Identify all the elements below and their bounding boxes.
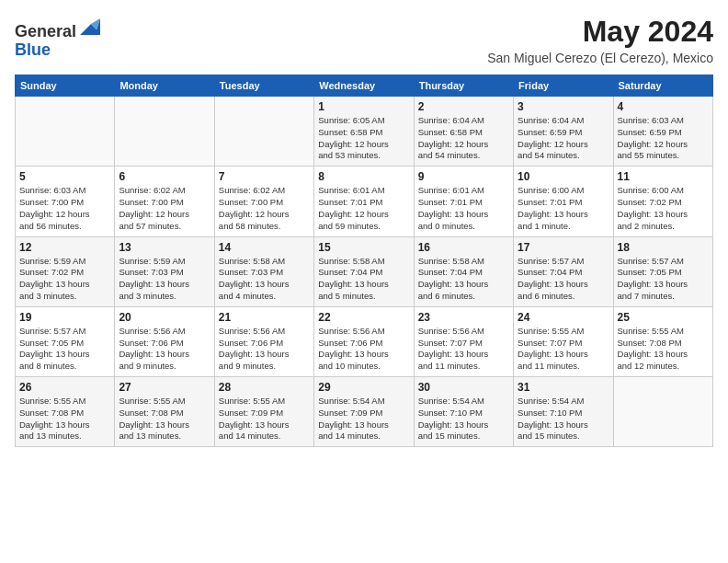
calendar-cell: 6Sunrise: 6:02 AM Sunset: 7:00 PM Daylig…	[115, 167, 214, 236]
day-info: Sunrise: 6:01 AM Sunset: 7:01 PM Dayligh…	[418, 185, 509, 232]
day-number: 11	[618, 170, 709, 183]
calendar-cell: 1Sunrise: 6:05 AM Sunset: 6:58 PM Daylig…	[314, 97, 414, 167]
logo-blue-text: Blue	[15, 41, 100, 60]
day-number: 12	[19, 241, 110, 254]
calendar-cell: 2Sunrise: 6:04 AM Sunset: 6:58 PM Daylig…	[414, 97, 513, 167]
weekday-header-sunday: Sunday	[16, 75, 115, 97]
day-number: 23	[418, 311, 509, 324]
day-number: 7	[219, 170, 310, 183]
weekday-header-wednesday: Wednesday	[314, 75, 414, 97]
calendar-cell: 13Sunrise: 5:59 AM Sunset: 7:03 PM Dayli…	[115, 236, 214, 306]
month-title: May 2024	[487, 15, 713, 49]
day-number: 9	[418, 170, 509, 183]
weekday-header-friday: Friday	[514, 75, 613, 97]
calendar-cell: 28Sunrise: 5:55 AM Sunset: 7:09 PM Dayli…	[214, 377, 313, 447]
day-number: 31	[518, 381, 609, 394]
day-info: Sunrise: 6:03 AM Sunset: 6:59 PM Dayligh…	[618, 115, 709, 162]
day-info: Sunrise: 5:55 AM Sunset: 7:07 PM Dayligh…	[518, 326, 609, 373]
weekday-header-saturday: Saturday	[613, 75, 712, 97]
day-number: 22	[318, 311, 409, 324]
calendar-cell: 3Sunrise: 6:04 AM Sunset: 6:59 PM Daylig…	[514, 97, 613, 167]
weekday-header-thursday: Thursday	[414, 75, 513, 97]
weekday-header-monday: Monday	[115, 75, 214, 97]
calendar-cell: 8Sunrise: 6:01 AM Sunset: 7:01 PM Daylig…	[314, 167, 414, 236]
calendar-cell: 10Sunrise: 6:00 AM Sunset: 7:01 PM Dayli…	[514, 167, 613, 236]
day-info: Sunrise: 5:55 AM Sunset: 7:08 PM Dayligh…	[19, 396, 110, 442]
day-info: Sunrise: 5:58 AM Sunset: 7:04 PM Dayligh…	[318, 256, 409, 303]
day-info: Sunrise: 5:56 AM Sunset: 7:06 PM Dayligh…	[119, 326, 210, 373]
day-number: 27	[119, 381, 210, 394]
day-info: Sunrise: 6:00 AM Sunset: 7:01 PM Dayligh…	[518, 185, 609, 232]
day-number: 6	[119, 170, 210, 183]
calendar-cell: 18Sunrise: 5:57 AM Sunset: 7:05 PM Dayli…	[613, 236, 712, 306]
day-info: Sunrise: 6:05 AM Sunset: 6:58 PM Dayligh…	[318, 115, 409, 162]
calendar-cell	[16, 97, 115, 167]
day-info: Sunrise: 6:02 AM Sunset: 7:00 PM Dayligh…	[219, 185, 310, 232]
day-info: Sunrise: 5:54 AM Sunset: 7:10 PM Dayligh…	[418, 396, 509, 442]
day-number: 25	[618, 311, 709, 324]
day-number: 2	[418, 100, 509, 113]
day-number: 3	[518, 100, 609, 113]
day-info: Sunrise: 5:56 AM Sunset: 7:06 PM Dayligh…	[219, 326, 310, 373]
calendar-cell: 21Sunrise: 5:56 AM Sunset: 7:06 PM Dayli…	[214, 306, 313, 376]
day-info: Sunrise: 5:57 AM Sunset: 7:05 PM Dayligh…	[19, 326, 110, 373]
calendar-cell: 15Sunrise: 5:58 AM Sunset: 7:04 PM Dayli…	[314, 236, 414, 306]
calendar-cell: 27Sunrise: 5:55 AM Sunset: 7:08 PM Dayli…	[115, 377, 214, 447]
day-number: 29	[318, 381, 409, 394]
day-number: 28	[219, 381, 310, 394]
calendar-table: SundayMondayTuesdayWednesdayThursdayFrid…	[15, 75, 713, 447]
calendar-cell: 23Sunrise: 5:56 AM Sunset: 7:07 PM Dayli…	[414, 306, 513, 376]
day-info: Sunrise: 5:58 AM Sunset: 7:04 PM Dayligh…	[418, 256, 509, 303]
day-number: 20	[119, 311, 210, 324]
day-number: 15	[318, 241, 409, 254]
day-info: Sunrise: 6:02 AM Sunset: 7:00 PM Dayligh…	[119, 185, 210, 232]
day-info: Sunrise: 5:56 AM Sunset: 7:06 PM Dayligh…	[318, 326, 409, 373]
day-number: 4	[618, 100, 709, 113]
day-number: 13	[119, 241, 210, 254]
day-number: 30	[418, 381, 509, 394]
calendar-week-row: 5Sunrise: 6:03 AM Sunset: 7:00 PM Daylig…	[16, 167, 713, 236]
calendar-week-row: 26Sunrise: 5:55 AM Sunset: 7:08 PM Dayli…	[16, 377, 713, 447]
logo: General Blue	[15, 15, 100, 60]
calendar-cell: 5Sunrise: 6:03 AM Sunset: 7:00 PM Daylig…	[16, 167, 115, 236]
day-number: 21	[219, 311, 310, 324]
day-number: 18	[618, 241, 709, 254]
day-info: Sunrise: 5:55 AM Sunset: 7:08 PM Dayligh…	[618, 326, 709, 373]
day-info: Sunrise: 5:55 AM Sunset: 7:09 PM Dayligh…	[219, 396, 310, 442]
day-info: Sunrise: 5:57 AM Sunset: 7:04 PM Dayligh…	[518, 256, 609, 303]
day-number: 10	[518, 170, 609, 183]
day-number: 8	[318, 170, 409, 183]
day-info: Sunrise: 5:56 AM Sunset: 7:07 PM Dayligh…	[418, 326, 509, 373]
calendar-cell: 24Sunrise: 5:55 AM Sunset: 7:07 PM Dayli…	[514, 306, 613, 376]
day-info: Sunrise: 5:59 AM Sunset: 7:02 PM Dayligh…	[19, 256, 110, 303]
calendar-week-row: 1Sunrise: 6:05 AM Sunset: 6:58 PM Daylig…	[16, 97, 713, 167]
calendar-cell: 29Sunrise: 5:54 AM Sunset: 7:09 PM Dayli…	[314, 377, 414, 447]
calendar-cell: 20Sunrise: 5:56 AM Sunset: 7:06 PM Dayli…	[115, 306, 214, 376]
day-info: Sunrise: 5:54 AM Sunset: 7:10 PM Dayligh…	[518, 396, 609, 442]
calendar-cell: 9Sunrise: 6:01 AM Sunset: 7:01 PM Daylig…	[414, 167, 513, 236]
calendar-cell: 26Sunrise: 5:55 AM Sunset: 7:08 PM Dayli…	[16, 377, 115, 447]
day-info: Sunrise: 5:55 AM Sunset: 7:08 PM Dayligh…	[119, 396, 210, 442]
calendar-cell	[214, 97, 313, 167]
calendar-cell: 30Sunrise: 5:54 AM Sunset: 7:10 PM Dayli…	[414, 377, 513, 447]
calendar-cell: 7Sunrise: 6:02 AM Sunset: 7:00 PM Daylig…	[214, 167, 313, 236]
day-number: 16	[418, 241, 509, 254]
day-info: Sunrise: 5:57 AM Sunset: 7:05 PM Dayligh…	[618, 256, 709, 303]
day-number: 14	[219, 241, 310, 254]
calendar-cell: 16Sunrise: 5:58 AM Sunset: 7:04 PM Dayli…	[414, 236, 513, 306]
day-number: 1	[318, 100, 409, 113]
weekday-header-row: SundayMondayTuesdayWednesdayThursdayFrid…	[16, 75, 713, 97]
logo-text: General	[15, 15, 100, 41]
calendar-cell	[613, 377, 712, 447]
calendar-cell: 19Sunrise: 5:57 AM Sunset: 7:05 PM Dayli…	[16, 306, 115, 376]
logo-general: General	[15, 22, 76, 40]
day-info: Sunrise: 5:59 AM Sunset: 7:03 PM Dayligh…	[119, 256, 210, 303]
calendar-week-row: 12Sunrise: 5:59 AM Sunset: 7:02 PM Dayli…	[16, 236, 713, 306]
weekday-header-tuesday: Tuesday	[214, 75, 313, 97]
day-info: Sunrise: 6:00 AM Sunset: 7:02 PM Dayligh…	[618, 185, 709, 232]
day-info: Sunrise: 6:04 AM Sunset: 6:58 PM Dayligh…	[418, 115, 509, 162]
title-block: May 2024 San Miguel Cerezo (El Cerezo), …	[487, 15, 713, 65]
day-number: 19	[19, 311, 110, 324]
day-number: 5	[19, 170, 110, 183]
day-info: Sunrise: 6:04 AM Sunset: 6:59 PM Dayligh…	[518, 115, 609, 162]
